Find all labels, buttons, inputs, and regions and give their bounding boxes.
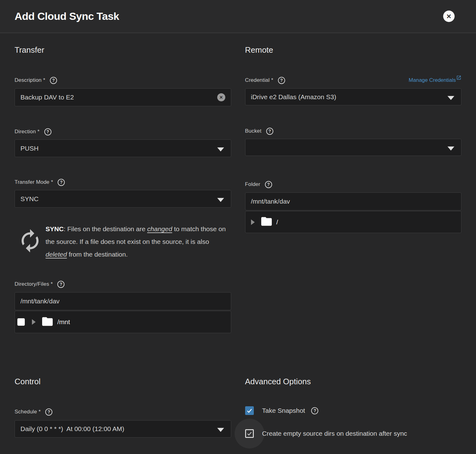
description-help-icon[interactable]: ? [50,77,57,84]
add-cloud-sync-task-dialog: Add Cloud Sync Task ✕ Transfer Descripti… [0,0,476,454]
directory-files-help-icon[interactable]: ? [57,281,64,288]
direction-select[interactable]: PUSH [15,139,231,157]
dialog-header: Add Cloud Sync Task ✕ [0,0,476,33]
credential-select[interactable]: iDrive e2 Dallas (Amazon S3) [245,88,462,105]
direction-help-icon[interactable]: ? [44,128,51,135]
chevron-down-icon [447,96,454,100]
schedule-select[interactable]: Daily (0 0 * * *) At 00:00 (12:00 AM) [15,420,231,438]
close-icon: ✕ [446,13,452,20]
transfer-section: Transfer Description * ? ✕ Direction * ?… [15,33,231,333]
create-empty-dirs-row: Create empty source dirs on destination … [245,429,462,438]
create-empty-dirs-label: Create empty source dirs on destination … [262,430,407,437]
chevron-down-icon [447,146,454,150]
folder-field-wrap [245,192,462,210]
folder-icon [42,317,53,328]
transfer-mode-value: SYNC [20,195,38,203]
folder-help-icon[interactable]: ? [265,181,272,188]
expand-caret-icon[interactable] [251,219,255,225]
description-label: Description * [15,77,45,83]
credential-label: Credential * [245,77,273,83]
folder-input[interactable] [245,193,461,210]
folder-label: Folder [245,181,260,187]
description-input[interactable] [15,89,231,106]
directory-files-label: Directory/Files * [15,281,53,287]
control-heading: Control [15,377,231,386]
schedule-value: Daily (0 0 * * *) At 00:00 (12:00 AM) [20,425,124,433]
chevron-down-icon [217,428,224,432]
create-empty-dirs-checkbox[interactable] [245,429,254,438]
direction-label: Direction * [15,129,40,135]
credential-help-icon[interactable]: ? [278,77,285,84]
remote-section: Remote Credential * ? Manage Credentials… [245,33,462,233]
check-icon [247,431,252,436]
clear-description-button[interactable]: ✕ [217,93,225,101]
schedule-label: Schedule * [15,409,41,415]
close-button[interactable]: ✕ [443,11,455,22]
check-icon [246,408,253,414]
remote-heading: Remote [245,45,462,55]
sync-hint-text: SYNC: Files on the destination are chang… [46,223,230,261]
take-snapshot-checkbox[interactable] [245,406,254,415]
take-snapshot-row: Take Snapshot ? [245,406,462,415]
bucket-select[interactable] [245,139,462,156]
chevron-down-icon [217,147,224,151]
manage-credentials-link[interactable]: Manage Credentials [409,77,461,83]
transfer-mode-select[interactable]: SYNC [15,190,231,208]
description-field-wrap: ✕ [15,88,231,106]
transfer-mode-help-icon[interactable]: ? [58,179,65,186]
tree-node-label: /mnt [57,318,70,326]
bucket-label: Bucket [245,128,262,134]
take-snapshot-help-icon[interactable]: ? [311,407,318,414]
control-section: Control Schedule * ? Daily (0 0 * * *) A… [15,333,231,438]
sync-icon [15,223,46,261]
clear-icon: ✕ [219,95,223,99]
direction-value: PUSH [20,145,38,152]
folder-icon [261,217,272,227]
take-snapshot-label: Take Snapshot [262,407,305,414]
advanced-options-heading: Advanced Options [245,377,462,386]
credential-value: iDrive e2 Dallas (Amazon S3) [251,93,336,101]
bucket-help-icon[interactable]: ? [266,128,273,135]
external-link-icon [456,75,461,80]
transfer-heading: Transfer [15,45,231,55]
dialog-title: Add Cloud Sync Task [15,10,119,22]
tree-node-checkbox[interactable] [17,318,25,326]
directory-files-input[interactable] [15,293,231,310]
expand-caret-icon[interactable] [32,319,36,325]
directory-files-field-wrap [15,292,231,310]
chevron-down-icon [217,198,224,202]
tree-node-label: / [276,218,278,226]
directory-tree-row[interactable]: /mnt [15,311,231,333]
folder-tree-row[interactable]: / [245,211,462,233]
sync-mode-hint: SYNC: Files on the destination are chang… [15,223,231,261]
transfer-mode-label: Transfer Mode * [15,179,53,185]
schedule-help-icon[interactable]: ? [45,408,52,416]
advanced-options-section: Advanced Options Take Snapshot ? [245,333,462,438]
